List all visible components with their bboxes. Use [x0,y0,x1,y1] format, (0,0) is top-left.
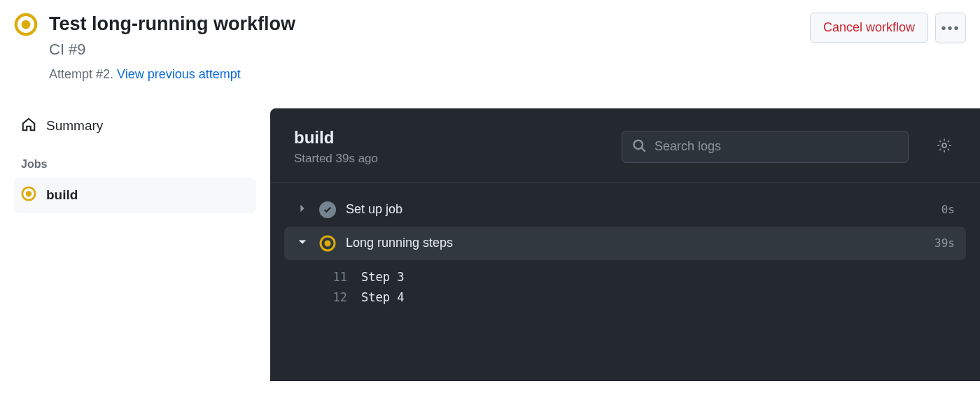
step-row-long-running[interactable]: Long running steps 39s [284,227,966,260]
job-name-label: build [46,187,78,203]
log-line: 12 Step 4 [326,287,966,308]
sidebar: Summary Jobs build [0,108,270,381]
attempt-prefix: Attempt #2. [49,67,117,81]
step-duration-label: 39s [934,236,955,250]
check-icon [319,201,336,218]
svg-point-6 [942,143,946,148]
line-text: Step 3 [361,267,404,287]
step-name-label: Set up job [346,202,932,217]
jobs-heading: Jobs [14,144,256,178]
svg-point-3 [26,191,31,197]
chevron-right-icon [295,202,309,217]
attempt-line: Attempt #2. View previous attempt [49,67,295,82]
search-logs-box[interactable] [622,131,909,163]
step-name-label: Long running steps [346,236,925,250]
status-running-icon [319,235,336,252]
home-icon [21,117,36,136]
more-actions-button[interactable]: ••• [935,13,966,43]
log-header: build Started 39s ago [270,108,980,183]
svg-line-5 [642,148,645,152]
cancel-workflow-button[interactable]: Cancel workflow [810,13,928,43]
summary-label: Summary [46,118,103,134]
workflow-title: Test long-running workflow [49,13,295,36]
page-header: Test long-running workflow CI #9 Attempt… [0,0,980,82]
log-line: 11 Step 3 [326,267,966,287]
job-log-panel: build Started 39s ago [270,108,980,381]
svg-point-1 [22,20,31,29]
line-number: 11 [326,267,347,287]
line-text: Step 4 [361,287,404,308]
chevron-down-icon [295,236,309,250]
status-running-icon [21,186,36,205]
log-settings-button[interactable] [932,134,956,160]
search-icon [632,138,646,155]
header-left: Test long-running workflow CI #9 Attempt… [14,13,799,82]
step-duration-label: 0s [941,203,955,216]
kebab-icon: ••• [941,20,960,36]
header-text: Test long-running workflow CI #9 Attempt… [49,13,295,82]
job-title: build [294,128,608,148]
sidebar-item-summary[interactable]: Summary [14,108,256,144]
log-output: 11 Step 3 12 Step 4 [284,260,966,308]
line-number: 12 [326,287,347,308]
svg-point-4 [634,140,643,149]
search-logs-input[interactable] [654,139,898,154]
header-right: Cancel workflow ••• [810,13,966,43]
log-header-left: build Started 39s ago [294,128,608,166]
workflow-subtitle: CI #9 [49,41,295,59]
sidebar-item-build[interactable]: build [14,178,256,213]
step-row-setup[interactable]: Set up job 0s [284,193,966,227]
steps-list: Set up job 0s Long running steps 39s [270,183,980,317]
previous-attempt-link[interactable]: View previous attempt [117,67,241,81]
svg-point-8 [325,240,331,246]
body-area: Summary Jobs build build Started 39s ago [0,108,980,381]
status-running-icon [14,13,38,36]
job-started-text: Started 39s ago [294,152,608,166]
